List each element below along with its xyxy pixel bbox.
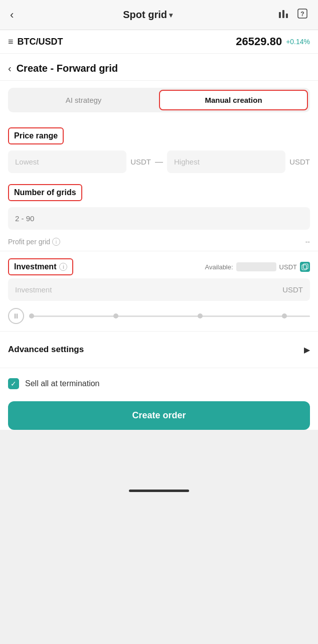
highest-currency: USDT: [289, 157, 310, 166]
top-bar: ‹ Spot grid ▾ ?: [0, 0, 318, 30]
current-price: 26529.80: [236, 35, 282, 48]
divider-3: [0, 368, 318, 368]
profit-info-icon[interactable]: i: [52, 238, 60, 246]
investment-input[interactable]: [15, 285, 282, 294]
create-order-button[interactable]: Create order: [8, 401, 310, 430]
lowest-currency: USDT: [130, 157, 151, 166]
dropdown-caret-icon[interactable]: ▾: [169, 11, 173, 19]
investment-section: Investment i Available: USDT USDT: [0, 258, 318, 301]
investment-slider[interactable]: ⏸: [8, 308, 310, 324]
price-range-inputs: USDT — USDT: [8, 150, 310, 173]
investment-input-row: USDT: [8, 278, 310, 301]
svg-rect-0: [279, 12, 281, 18]
available-amount-bar: [236, 262, 276, 271]
price-change: +0.14%: [286, 38, 310, 46]
price-info: 26529.80 +0.14%: [236, 35, 310, 48]
copy-icon[interactable]: [300, 262, 310, 272]
available-label: Available:: [205, 263, 233, 271]
available-currency: USDT: [279, 263, 297, 271]
investment-info-icon[interactable]: i: [59, 263, 67, 271]
strategy-tabs: AI strategy Manual creation: [8, 88, 310, 112]
svg-rect-1: [282, 10, 284, 18]
page-title: Create - Forward grid: [17, 63, 118, 74]
chart-icon[interactable]: [278, 8, 289, 22]
slider-dot-2: [113, 313, 118, 318]
tab-ai-strategy[interactable]: AI strategy: [10, 90, 157, 110]
investment-label: Investment i: [8, 258, 73, 275]
trading-pair: BTC/USDT: [18, 37, 63, 47]
divider-2: [0, 331, 318, 332]
svg-rect-2: [286, 14, 288, 18]
slider-dot-1: [29, 313, 34, 318]
grids-section: Number of grids: [0, 176, 318, 233]
slider-dot-4: [282, 313, 287, 318]
sell-all-checkbox[interactable]: ✓: [8, 378, 19, 389]
page-header: ‹ Create - Forward grid: [0, 54, 318, 81]
price-bar: ≡ BTC/USDT 26529.80 +0.14%: [0, 30, 318, 54]
profit-per-grid-value: --: [305, 238, 310, 246]
slider-dot-3: [198, 313, 203, 318]
available-section: Available: USDT: [205, 262, 310, 272]
hamburger-icon[interactable]: ≡: [8, 37, 14, 47]
home-indicator: [129, 490, 189, 492]
dash-separator: —: [155, 157, 163, 167]
investment-currency: USDT: [282, 285, 303, 294]
divider-1: [0, 251, 318, 251]
price-range-label: Price range: [8, 127, 64, 144]
investment-header: Investment i Available: USDT: [8, 258, 310, 275]
top-bar-icons: ?: [278, 8, 308, 22]
svg-text:?: ?: [300, 11, 304, 18]
highest-price-input[interactable]: [167, 150, 285, 173]
sell-all-row: ✓ Sell all at termination: [0, 373, 318, 397]
top-bar-title: Spot grid ▾: [123, 9, 173, 21]
tab-manual-creation[interactable]: Manual creation: [159, 90, 308, 110]
top-bar-title-text: Spot grid: [123, 9, 167, 21]
lowest-price-input[interactable]: [8, 150, 126, 173]
help-icon[interactable]: ?: [297, 8, 308, 22]
pair-info: ≡ BTC/USDT: [8, 37, 63, 47]
profit-per-grid-row: Profit per grid i --: [8, 238, 310, 246]
main-content: ‹ Create - Forward grid AI strategy Manu…: [0, 54, 318, 430]
bottom-spacer: [0, 440, 318, 500]
top-back-button[interactable]: ‹: [10, 9, 14, 22]
grids-input[interactable]: [8, 207, 310, 230]
top-bar-left: ‹: [10, 9, 18, 22]
slider-track[interactable]: [29, 315, 310, 317]
advanced-settings-row[interactable]: Advanced settings ▶: [0, 337, 318, 363]
price-range-section: Price range USDT — USDT: [0, 119, 318, 173]
grids-label: Number of grids: [8, 184, 82, 201]
advanced-settings-label: Advanced settings: [8, 345, 84, 355]
page-back-button[interactable]: ‹: [8, 63, 12, 74]
profit-per-grid-label: Profit per grid i: [8, 238, 60, 246]
slider-pause-icon: ⏸: [8, 308, 24, 324]
sell-all-label: Sell all at termination: [25, 379, 100, 388]
advanced-arrow-icon: ▶: [304, 345, 310, 355]
